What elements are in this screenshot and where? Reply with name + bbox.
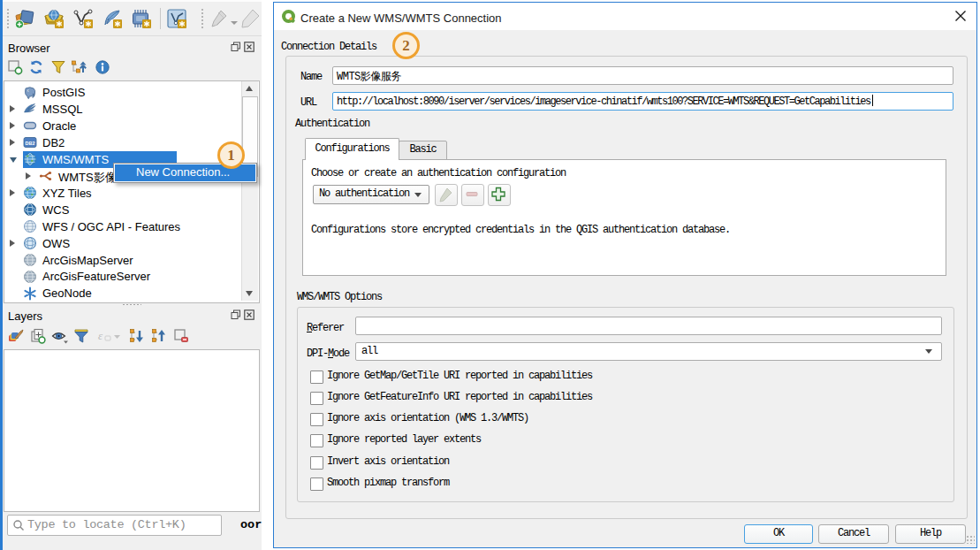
expander-right-icon[interactable] (10, 139, 15, 146)
expander-right-icon[interactable] (10, 122, 15, 129)
add-selected-layers-icon[interactable] (7, 59, 23, 75)
expander-down-icon[interactable] (10, 157, 17, 163)
add-group-icon[interactable] (30, 328, 46, 344)
browser-close-button[interactable] (244, 42, 254, 52)
tree-item-label: DB2 (42, 136, 65, 149)
editing-dropdown-arrow-icon[interactable] (231, 21, 238, 28)
layers-float-button[interactable] (231, 309, 241, 320)
new-geopackage-layer-icon[interactable] (43, 8, 65, 29)
layers-close-button[interactable] (244, 309, 254, 320)
filter-browser-icon[interactable] (50, 59, 66, 75)
layers-toolbar: ε (0, 325, 262, 348)
cancel-button[interactable]: Cancel (818, 524, 889, 544)
tab-basic-label: Basic (409, 143, 436, 156)
annotation-step-2: 2 (392, 32, 420, 59)
globe-xyz-icon (23, 186, 37, 200)
refresh-icon[interactable] (28, 59, 44, 75)
data-source-manager-icon[interactable] (14, 8, 35, 29)
url-value: http://localhost:8090/iserver/services/i… (337, 95, 870, 108)
properties-info-icon[interactable] (95, 59, 110, 75)
globe-ows-icon (23, 236, 37, 250)
name-input[interactable]: WMTS影像服务 (332, 66, 953, 85)
auth-method-select[interactable]: No authentication (313, 185, 429, 204)
dialog-close-icon[interactable] (954, 10, 967, 22)
expander-right-icon[interactable] (10, 105, 15, 112)
checkbox-smooth-pixmap-transform[interactable] (310, 477, 323, 491)
wmts-link-icon (39, 169, 53, 183)
browser-float-button[interactable] (231, 42, 241, 52)
annotation-step-1: 1 (217, 141, 245, 169)
referer-input[interactable] (355, 317, 942, 335)
wms-options-label: WMS/WMTS Options (297, 291, 382, 303)
locate-search-box[interactable]: Type to locate (Ctrl+K) (7, 515, 222, 536)
name-label: Name (300, 71, 322, 83)
expand-all-icon[interactable] (129, 328, 145, 344)
dialog-titlebar[interactable]: Create a New WMS/WMTS Connection (274, 3, 976, 30)
tab-basic[interactable]: Basic (399, 141, 447, 160)
tree-item-db2[interactable]: DB2 (4, 134, 243, 151)
browser-scrollbar[interactable] (241, 81, 258, 301)
tree-item-oracle[interactable]: Oracle (4, 118, 243, 134)
geonode-icon (23, 286, 37, 301)
editing-disabled-2-icon[interactable] (240, 8, 262, 29)
layer-styling-icon[interactable] (8, 328, 25, 344)
new-virtual-layer-icon[interactable] (166, 8, 187, 29)
remove-auth-button[interactable] (461, 184, 484, 206)
tree-item-label: OWS (42, 237, 70, 250)
checkbox-label: Invert axis orientation (327, 455, 449, 468)
checkbox-ignore-getmap-gettile-uri-reported-in-capabilities[interactable] (310, 370, 323, 384)
toolbar-grip[interactable] (6, 8, 10, 29)
manage-visibility-icon[interactable] (51, 328, 69, 344)
tree-item-geonode[interactable]: GeoNode (4, 285, 243, 302)
layers-panel-title: Layers (8, 309, 42, 323)
tree-item-wcs[interactable]: WCS (4, 202, 243, 218)
remove-layer-icon[interactable] (173, 328, 189, 344)
dpi-mode-label: DPI-Mode (307, 348, 349, 360)
scrollbar-up-button[interactable] (242, 81, 257, 95)
toolbar-grip-2[interactable] (201, 8, 204, 29)
checkbox-ignore-getfeatureinfo-uri-reported-in-capabilities[interactable] (310, 392, 323, 405)
resize-grip[interactable] (966, 535, 975, 544)
qgis-window-edge (0, 0, 3, 550)
edit-auth-button[interactable] (435, 184, 458, 206)
auth-choose-text: Choose or create an authentication confi… (311, 167, 566, 180)
tree-item-xyz-tiles[interactable]: XYZ Tiles (4, 185, 243, 202)
tree-item-arcgisfeatureserver[interactable]: ArcGisFeatureServer (4, 268, 243, 285)
expander-right-icon[interactable] (26, 172, 31, 180)
tree-item-arcgismapserver[interactable]: ArcGisMapServer (4, 252, 243, 269)
statusbar-coordinate-text: oor (240, 518, 262, 531)
panel-splitter[interactable] (122, 303, 141, 306)
expander-right-icon[interactable] (10, 240, 15, 247)
url-input[interactable]: http://localhost:8090/iserver/services/i… (332, 92, 953, 111)
filter-expression-icon[interactable]: ε (97, 328, 120, 344)
layers-list[interactable] (4, 349, 260, 512)
tree-item-mssql[interactable]: MSSQL (4, 101, 243, 118)
globe-arcgis-icon (23, 270, 37, 284)
globe-wms-icon (23, 152, 37, 166)
dpi-mode-select[interactable]: all (355, 342, 942, 361)
menu-item-label: New Connection... (136, 165, 230, 179)
search-icon (12, 519, 25, 531)
browser-tree: PostGISMSSQLOracleDB2WMS/WMTSWMTS影像XYZ T… (4, 80, 260, 303)
filter-legend-icon[interactable] (73, 328, 89, 344)
collapse-all-icon[interactable] (71, 59, 87, 75)
tree-item-wfs-ogc-api-features[interactable]: WFS / OGC API - Features (4, 218, 243, 235)
tree-item-postgis[interactable]: PostGIS (4, 84, 243, 101)
checkbox-ignore-reported-layer-extents[interactable] (310, 434, 323, 447)
help-button[interactable]: Help (895, 524, 966, 544)
checkbox-invert-axis-orientation[interactable] (310, 456, 323, 470)
scrollbar-down-button[interactable] (242, 286, 257, 301)
collapse-all-layers-icon[interactable] (151, 328, 167, 344)
editing-disabled-icon[interactable] (209, 8, 230, 29)
mssql-icon (23, 102, 37, 116)
add-auth-button[interactable] (488, 184, 511, 206)
new-spatialite-layer-icon[interactable] (102, 8, 123, 29)
expander-right-icon[interactable] (10, 189, 15, 196)
globe-wfs-icon (23, 219, 37, 233)
tree-item-ows[interactable]: OWS (4, 235, 243, 252)
ok-button[interactable]: OK (744, 524, 813, 544)
new-shapefile-layer-icon[interactable] (72, 8, 94, 29)
tab-configurations[interactable]: Configurations (305, 138, 399, 160)
checkbox-ignore-axis-orientation-wms-1-3-wmts-[interactable] (310, 413, 323, 426)
new-mesh-layer-icon[interactable] (131, 8, 152, 29)
